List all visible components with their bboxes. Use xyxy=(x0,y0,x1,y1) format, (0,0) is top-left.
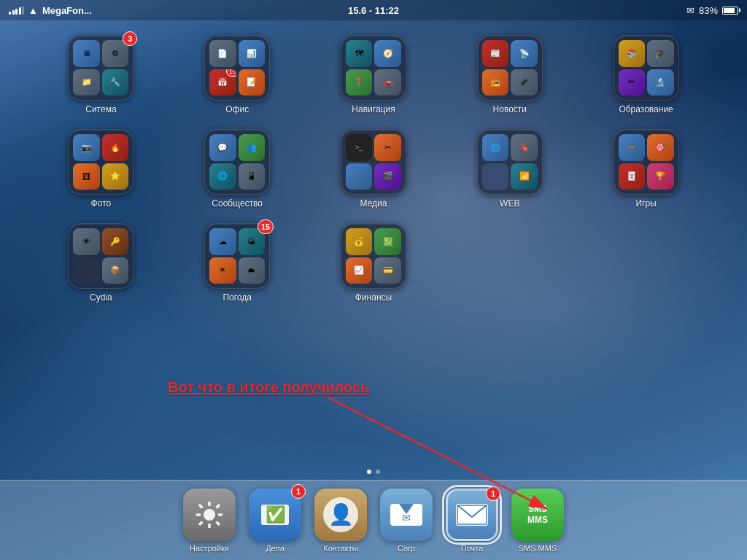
app-label-navigacia: Навигация xyxy=(352,104,395,114)
dock-label-kontakty: Контакты xyxy=(323,544,358,553)
carrier-label: MegaFon... xyxy=(42,5,92,16)
app-label-sistema: Ситема xyxy=(85,104,116,114)
dock-item-kontakty[interactable]: 👤 Контакты xyxy=(314,489,367,553)
app-cydia[interactable]: 👁 🔑 📦 Cydia xyxy=(36,223,166,303)
app-obrazovanie[interactable]: 📚 🎓 ✏ 🔬 Образование xyxy=(581,35,711,114)
app-icon-web: 🌐 🔖 📶 xyxy=(477,129,543,195)
app-label-soobshchestvo: Сообщество xyxy=(212,198,263,209)
signal-bars xyxy=(9,6,24,15)
app-ofis[interactable]: 📄 📊 15📅 📝 Офис xyxy=(173,35,302,114)
app-igry[interactable]: 🎮 🎯 🃏 🏆 Игры xyxy=(581,129,711,209)
app-icon-igry: 🎮 🎯 🃏 🏆 xyxy=(614,129,679,195)
dock-label-corp: Corp xyxy=(398,544,415,553)
app-grid: 3 🖥 ⚙ 📁 🔧 Ситема 📄 📊 15📅 📝 Офис 🗺 🧭 📍 🚗 … xyxy=(22,28,725,310)
svg-line-9 xyxy=(199,521,203,525)
dock-icon-pochta: 1 xyxy=(446,489,498,541)
app-icon-novosti: 📰 📡 📻 🗞 xyxy=(477,35,543,101)
mail-status-icon: ✉ xyxy=(686,5,694,16)
time-display: 15.6 - 11:22 xyxy=(348,5,399,16)
app-label-cydia: Cydia xyxy=(90,292,112,303)
app-icon-obrazovanie: 📚 🎓 ✏ 🔬 xyxy=(614,35,679,101)
dock-icon-nastrojki xyxy=(183,489,236,541)
app-sistema[interactable]: 3 🖥 ⚙ 📁 🔧 Ситема xyxy=(36,35,166,114)
app-navigacia[interactable]: 🗺 🧭 📍 🚗 Навигация xyxy=(309,35,438,114)
app-label-foto: Фото xyxy=(91,198,112,209)
badge-pochta: 1 xyxy=(486,486,500,501)
app-finansy[interactable]: 💰 💹 📈 💳 Финансы xyxy=(309,223,438,303)
app-icon-sistema: 3 🖥 ⚙ 📁 🔧 xyxy=(68,35,133,101)
annotation-text: Вот что в итоге получилось xyxy=(168,379,369,395)
dock-label-sms: SMS MMS xyxy=(519,544,557,553)
svg-line-7 xyxy=(199,505,203,508)
app-media[interactable]: >_ ✂ 🎵 🎬 Медиа xyxy=(309,129,438,209)
app-icon-foto: 📷 🔥 🖼 ⭐ xyxy=(68,129,133,195)
app-icon-media: >_ ✂ 🎵 🎬 xyxy=(341,129,406,195)
status-bar: ▲ MegaFon... 15.6 - 11:22 ✉ 83% xyxy=(0,0,747,20)
dock-label-nastrojki: Настройки xyxy=(190,544,229,553)
dock-item-pochta[interactable]: 1 Почта xyxy=(446,489,498,553)
page-dot-1 xyxy=(367,470,371,474)
dock-label-dela: Дела xyxy=(266,544,285,553)
app-label-obrazovanie: Образование xyxy=(619,104,673,114)
dock-item-sms[interactable]: SMS MMS SMS MMS xyxy=(511,489,564,553)
dock-item-corp[interactable]: ✉ Corp xyxy=(380,489,433,553)
app-label-igry: Игры xyxy=(635,198,656,209)
battery-fill xyxy=(724,8,735,13)
app-icon-soobshchestvo: 💬 👥 🌐 📱 xyxy=(204,129,270,195)
app-label-finansy: Финансы xyxy=(355,292,392,303)
svg-line-8 xyxy=(217,521,220,525)
app-label-pogoda: Погода xyxy=(222,292,252,303)
app-label-web: WEB xyxy=(500,198,519,209)
app-label-media: Медиа xyxy=(360,198,387,209)
app-foto[interactable]: 📷 🔥 🖼 ⭐ Фото xyxy=(36,129,166,209)
status-left: ▲ MegaFon... xyxy=(9,5,92,16)
status-right: ✉ 83% xyxy=(686,5,738,16)
dock-icon-dela: 1 ✅ xyxy=(249,489,301,541)
battery-percent: 83% xyxy=(699,5,718,16)
dock-label-pochta: Почта xyxy=(461,544,484,553)
page-indicator xyxy=(367,470,380,474)
badge-sistema: 3 xyxy=(123,31,137,46)
app-label-ofis: Офис xyxy=(225,104,249,114)
app-icon-navigacia: 🗺 🧭 📍 🚗 xyxy=(341,35,406,101)
dock-icon-corp: ✉ xyxy=(380,489,433,541)
app-soobshchestvo[interactable]: 💬 👥 🌐 📱 Сообщество xyxy=(173,129,302,209)
app-pogoda[interactable]: 15 ☁ 🌤 ☀ 🌧 Погода xyxy=(173,223,302,303)
svg-line-10 xyxy=(217,505,220,508)
app-icon-cydia: 👁 🔑 📦 xyxy=(68,223,133,289)
app-icon-finansy: 💰 💹 📈 💳 xyxy=(341,223,406,289)
dock: Настройки 1 ✅ Дела 👤 Контакты ✉ Corp 1 xyxy=(0,480,747,560)
svg-point-2 xyxy=(204,509,215,521)
dock-item-dela[interactable]: 1 ✅ Дела xyxy=(249,489,301,553)
badge-pogoda: 15 xyxy=(258,219,274,234)
app-novosti[interactable]: 📰 📡 📻 🗞 Новости xyxy=(445,35,574,114)
dock-icon-sms: SMS MMS xyxy=(511,489,564,541)
battery-indicator xyxy=(722,7,738,15)
badge-dela: 1 xyxy=(291,484,306,499)
dock-item-nastrojki[interactable]: Настройки xyxy=(183,489,236,553)
app-icon-pogoda: 15 ☁ 🌤 ☀ 🌧 xyxy=(204,223,270,289)
wifi-icon: ▲ xyxy=(28,5,38,16)
app-web[interactable]: 🌐 🔖 📶 WEB xyxy=(445,129,574,209)
app-label-novosti: Новости xyxy=(493,104,527,114)
app-icon-ofis: 📄 📊 15📅 📝 xyxy=(204,35,270,101)
annotation: Вот что в итоге получилось xyxy=(168,379,369,396)
dock-icon-kontakty: 👤 xyxy=(314,489,367,541)
page-dot-2 xyxy=(376,470,380,474)
